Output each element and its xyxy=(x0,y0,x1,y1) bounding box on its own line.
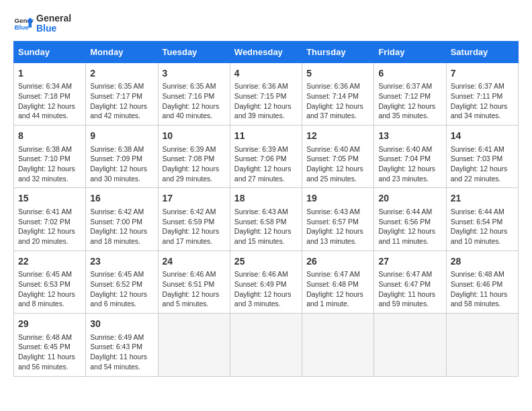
header-day-saturday: Saturday xyxy=(446,41,518,62)
calendar-cell: 21Sunrise: 6:44 AMSunset: 6:54 PMDayligh… xyxy=(446,188,518,250)
calendar-cell xyxy=(374,314,446,376)
day-number: 26 xyxy=(306,255,369,269)
calendar-cell xyxy=(302,314,374,376)
day-info: Sunrise: 6:45 AMSunset: 6:53 PMDaylight:… xyxy=(18,269,81,309)
day-info: Sunrise: 6:39 AMSunset: 7:06 PMDaylight:… xyxy=(234,144,298,184)
calendar-cell: 8Sunrise: 6:38 AMSunset: 7:10 PMDaylight… xyxy=(14,126,86,188)
calendar-cell: 11Sunrise: 6:39 AMSunset: 7:06 PMDayligh… xyxy=(230,126,302,188)
day-number: 4 xyxy=(234,67,298,81)
calendar-cell: 22Sunrise: 6:45 AMSunset: 6:53 PMDayligh… xyxy=(14,250,86,313)
calendar-cell: 28Sunrise: 6:48 AMSunset: 6:46 PMDayligh… xyxy=(446,250,518,313)
calendar-cell xyxy=(230,314,302,376)
calendar-cell: 27Sunrise: 6:47 AMSunset: 6:47 PMDayligh… xyxy=(374,250,446,313)
calendar-cell: 2Sunrise: 6:35 AMSunset: 7:17 PMDaylight… xyxy=(86,62,158,125)
header-day-thursday: Thursday xyxy=(302,41,374,62)
logo-general: General xyxy=(36,13,71,24)
calendar-header: SundayMondayTuesdayWednesdayThursdayFrid… xyxy=(14,41,519,62)
day-number: 6 xyxy=(378,67,441,81)
calendar-cell xyxy=(158,314,230,376)
day-info: Sunrise: 6:46 AMSunset: 6:51 PMDaylight:… xyxy=(163,269,226,309)
day-info: Sunrise: 6:35 AMSunset: 7:17 PMDaylight:… xyxy=(90,81,153,121)
day-number: 5 xyxy=(306,67,369,81)
header-day-friday: Friday xyxy=(374,41,446,62)
day-info: Sunrise: 6:37 AMSunset: 7:11 PMDaylight:… xyxy=(451,81,514,121)
day-info: Sunrise: 6:41 AMSunset: 7:03 PMDaylight:… xyxy=(451,144,514,184)
week-row-1: 1Sunrise: 6:34 AMSunset: 7:18 PMDaylight… xyxy=(14,62,519,125)
calendar-cell: 6Sunrise: 6:37 AMSunset: 7:12 PMDaylight… xyxy=(374,62,446,125)
calendar-cell: 15Sunrise: 6:41 AMSunset: 7:02 PMDayligh… xyxy=(14,188,86,250)
day-info: Sunrise: 6:43 AMSunset: 6:58 PMDaylight:… xyxy=(234,207,298,246)
day-info: Sunrise: 6:40 AMSunset: 7:04 PMDaylight:… xyxy=(378,144,441,184)
day-number: 20 xyxy=(378,192,441,205)
calendar-cell: 20Sunrise: 6:44 AMSunset: 6:56 PMDayligh… xyxy=(374,188,446,250)
day-info: Sunrise: 6:41 AMSunset: 7:02 PMDaylight:… xyxy=(18,207,81,246)
calendar-cell: 24Sunrise: 6:46 AMSunset: 6:51 PMDayligh… xyxy=(158,250,230,313)
day-number: 9 xyxy=(90,130,153,143)
calendar-cell: 1Sunrise: 6:34 AMSunset: 7:18 PMDaylight… xyxy=(14,62,86,125)
logo: General Blue General Blue xyxy=(13,13,71,34)
day-number: 12 xyxy=(306,130,369,143)
day-info: Sunrise: 6:48 AMSunset: 6:46 PMDaylight:… xyxy=(451,269,514,309)
day-number: 21 xyxy=(451,192,514,205)
calendar-cell: 26Sunrise: 6:47 AMSunset: 6:48 PMDayligh… xyxy=(302,250,374,313)
calendar-table: SundayMondayTuesdayWednesdayThursdayFrid… xyxy=(13,41,519,377)
day-info: Sunrise: 6:45 AMSunset: 6:52 PMDaylight:… xyxy=(90,269,153,309)
calendar-cell: 29Sunrise: 6:48 AMSunset: 6:45 PMDayligh… xyxy=(14,314,86,376)
day-info: Sunrise: 6:47 AMSunset: 6:48 PMDaylight:… xyxy=(306,269,369,309)
day-info: Sunrise: 6:36 AMSunset: 7:15 PMDaylight:… xyxy=(234,81,298,121)
header-day-tuesday: Tuesday xyxy=(158,41,230,62)
day-number: 28 xyxy=(451,255,514,269)
day-number: 22 xyxy=(18,255,81,269)
day-info: Sunrise: 6:43 AMSunset: 6:57 PMDaylight:… xyxy=(306,207,369,246)
calendar-cell: 9Sunrise: 6:38 AMSunset: 7:09 PMDaylight… xyxy=(86,126,158,188)
calendar-cell: 30Sunrise: 6:49 AMSunset: 6:43 PMDayligh… xyxy=(86,314,158,376)
day-number: 16 xyxy=(90,192,153,205)
day-number: 8 xyxy=(18,130,81,143)
day-number: 2 xyxy=(90,67,153,81)
header: General Blue General Blue xyxy=(13,13,519,34)
logo-blue: Blue xyxy=(36,24,71,34)
day-info: Sunrise: 6:48 AMSunset: 6:45 PMDaylight:… xyxy=(18,332,81,372)
day-number: 23 xyxy=(90,255,153,269)
calendar-cell xyxy=(446,314,518,376)
day-info: Sunrise: 6:44 AMSunset: 6:56 PMDaylight:… xyxy=(378,207,441,246)
calendar-body: 1Sunrise: 6:34 AMSunset: 7:18 PMDaylight… xyxy=(14,62,519,376)
week-row-5: 29Sunrise: 6:48 AMSunset: 6:45 PMDayligh… xyxy=(14,314,519,376)
day-number: 1 xyxy=(18,67,81,81)
week-row-2: 8Sunrise: 6:38 AMSunset: 7:10 PMDaylight… xyxy=(14,126,519,188)
calendar-cell: 5Sunrise: 6:36 AMSunset: 7:14 PMDaylight… xyxy=(302,62,374,125)
day-number: 24 xyxy=(163,255,226,269)
calendar-cell: 19Sunrise: 6:43 AMSunset: 6:57 PMDayligh… xyxy=(302,188,374,250)
day-number: 19 xyxy=(306,192,369,205)
day-info: Sunrise: 6:49 AMSunset: 6:43 PMDaylight:… xyxy=(90,332,153,372)
calendar-cell: 17Sunrise: 6:42 AMSunset: 6:59 PMDayligh… xyxy=(158,188,230,250)
calendar-cell: 7Sunrise: 6:37 AMSunset: 7:11 PMDaylight… xyxy=(446,62,518,125)
day-number: 10 xyxy=(163,130,226,143)
header-day-sunday: Sunday xyxy=(14,41,86,62)
calendar-cell: 10Sunrise: 6:39 AMSunset: 7:08 PMDayligh… xyxy=(158,126,230,188)
day-number: 25 xyxy=(234,255,298,269)
header-row: SundayMondayTuesdayWednesdayThursdayFrid… xyxy=(14,41,519,62)
day-info: Sunrise: 6:40 AMSunset: 7:05 PMDaylight:… xyxy=(306,144,369,184)
calendar-cell: 4Sunrise: 6:36 AMSunset: 7:15 PMDaylight… xyxy=(230,62,302,125)
day-number: 14 xyxy=(451,130,514,143)
day-number: 3 xyxy=(163,67,226,81)
logo-icon: General Blue xyxy=(13,13,34,34)
day-info: Sunrise: 6:37 AMSunset: 7:12 PMDaylight:… xyxy=(378,81,441,121)
day-info: Sunrise: 6:42 AMSunset: 7:00 PMDaylight:… xyxy=(90,207,153,246)
week-row-4: 22Sunrise: 6:45 AMSunset: 6:53 PMDayligh… xyxy=(14,250,519,313)
day-number: 13 xyxy=(378,130,441,143)
calendar-cell: 16Sunrise: 6:42 AMSunset: 7:00 PMDayligh… xyxy=(86,188,158,250)
calendar-cell: 23Sunrise: 6:45 AMSunset: 6:52 PMDayligh… xyxy=(86,250,158,313)
day-info: Sunrise: 6:34 AMSunset: 7:18 PMDaylight:… xyxy=(18,81,81,121)
calendar-cell: 18Sunrise: 6:43 AMSunset: 6:58 PMDayligh… xyxy=(230,188,302,250)
day-number: 27 xyxy=(378,255,441,269)
day-number: 17 xyxy=(163,192,226,205)
day-info: Sunrise: 6:35 AMSunset: 7:16 PMDaylight:… xyxy=(163,81,226,121)
day-info: Sunrise: 6:38 AMSunset: 7:09 PMDaylight:… xyxy=(90,144,153,184)
day-info: Sunrise: 6:42 AMSunset: 6:59 PMDaylight:… xyxy=(163,207,226,246)
day-info: Sunrise: 6:36 AMSunset: 7:14 PMDaylight:… xyxy=(306,81,369,121)
day-number: 7 xyxy=(451,67,514,81)
day-info: Sunrise: 6:46 AMSunset: 6:49 PMDaylight:… xyxy=(234,269,298,309)
calendar-cell: 13Sunrise: 6:40 AMSunset: 7:04 PMDayligh… xyxy=(374,126,446,188)
